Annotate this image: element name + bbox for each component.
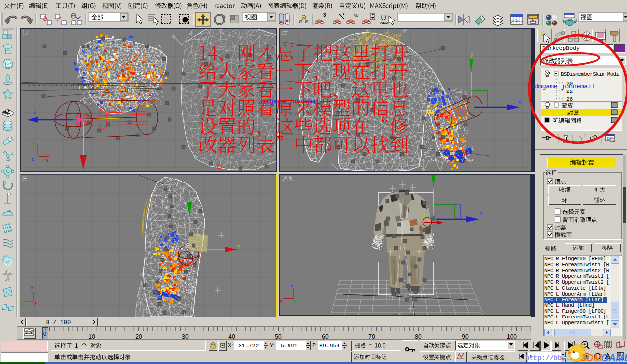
svg-text:BSDismemberSkin Modi: BSDismemberSkin Modi bbox=[561, 71, 619, 77]
svg-text:22: 22 bbox=[566, 89, 573, 94]
svg-text:ABC: ABC bbox=[380, 21, 388, 25]
svg-text:C: C bbox=[6, 47, 9, 52]
svg-text:%: % bbox=[354, 13, 358, 18]
svg-text:{}: {} bbox=[380, 14, 386, 20]
svg-text:3: 3 bbox=[323, 12, 326, 18]
svg-text:20: 20 bbox=[566, 81, 573, 87]
